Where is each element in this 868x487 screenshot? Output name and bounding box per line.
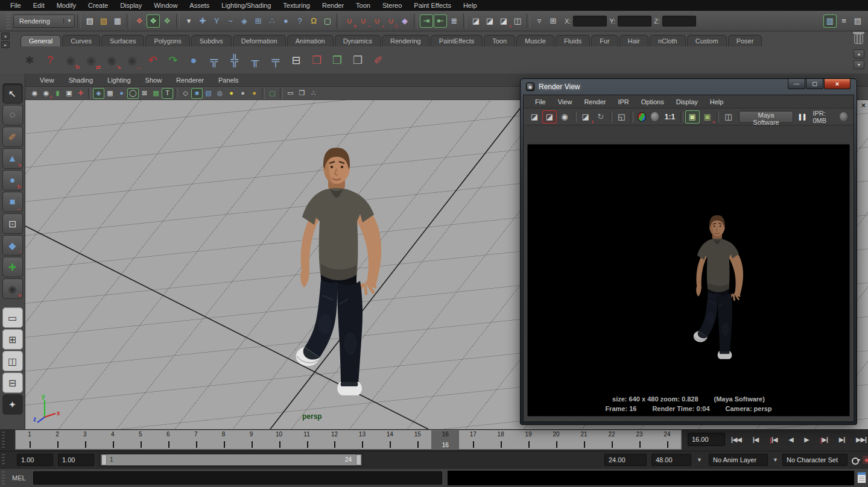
timeline-frame-15[interactable]: 15: [404, 430, 431, 449]
construction-history-icon[interactable]: ≣: [448, 14, 461, 28]
scale-tool-button[interactable]: ■↔: [2, 192, 23, 212]
keep-image-icon[interactable]: ▣: [685, 110, 700, 124]
toolbar-separator[interactable]: [127, 14, 130, 28]
render-view-menu-help[interactable]: Help: [705, 98, 729, 105]
open-scene-icon[interactable]: ▨: [97, 14, 110, 28]
snap-to-curves-icon[interactable]: ∪~: [356, 14, 370, 28]
gate-mask-icon[interactable]: ◯: [127, 88, 139, 99]
menu-edit[interactable]: Edit: [28, 0, 50, 11]
hypergraph-pane-layout-button[interactable]: ✦: [2, 394, 23, 415]
shelf-tab-general[interactable]: General: [21, 35, 61, 46]
timeline-frame-10[interactable]: 10: [265, 430, 293, 449]
step-forward-key-button[interactable]: ▶|: [839, 436, 845, 444]
set-key-icon[interactable]: [852, 456, 860, 464]
mask-rendering-icon[interactable]: ●: [279, 14, 293, 28]
menu-file[interactable]: File: [5, 0, 27, 11]
zoom-one-to-one-button[interactable]: 1:1: [665, 113, 675, 121]
step-back-frame-button[interactable]: ||◀: [770, 436, 778, 444]
character-model[interactable]: [274, 145, 407, 404]
camera-turntable-shelf-icon[interactable]: ◉↻: [62, 51, 80, 69]
channel-box-toggle-icon[interactable]: ▥: [823, 14, 837, 28]
maximize-button[interactable]: ▢: [806, 79, 823, 89]
shelf-tab-muscle[interactable]: Muscle: [516, 35, 554, 46]
panel-menu-lighting[interactable]: Lighting: [101, 77, 137, 84]
pane-close-icon[interactable]: ×: [861, 101, 866, 110]
camera-attributes-icon[interactable]: ◉≡: [40, 88, 52, 99]
help-shelf-icon[interactable]: ?: [41, 51, 59, 69]
lasso-tool-button[interactable]: ◌: [2, 105, 23, 125]
timeline-frame-6[interactable]: 6: [154, 430, 182, 449]
make-live-icon[interactable]: ◆: [398, 14, 411, 28]
redo-shelf-icon[interactable]: ↷: [164, 51, 182, 69]
menu-toon[interactable]: Toon: [350, 0, 376, 11]
toolbar-grip[interactable]: [6, 13, 11, 28]
timeline-frame-21[interactable]: 21: [570, 430, 598, 449]
character-set-selector[interactable]: No Character Set: [782, 454, 847, 466]
camera-zoom-shelf-icon[interactable]: ◉↔: [123, 51, 141, 69]
timeline-frame-14[interactable]: 14: [376, 430, 404, 449]
minimize-button[interactable]: —: [788, 79, 805, 89]
open-render-view-icon[interactable]: ◪: [469, 14, 483, 28]
open-render-settings-icon[interactable]: ◫: [721, 110, 735, 124]
panel-menu-panels[interactable]: Panels: [212, 77, 245, 84]
mask-surfaces-icon[interactable]: ◈: [238, 14, 251, 28]
timeline-frame-13[interactable]: 13: [348, 430, 376, 449]
mask-dropdown-icon[interactable]: ▾: [182, 14, 195, 28]
shelf-tab-dynamics[interactable]: Dynamics: [335, 35, 381, 46]
grid-toggle-icon[interactable]: ◈: [93, 88, 104, 99]
textured-icon[interactable]: ▧: [203, 88, 214, 99]
select-component-mode-icon[interactable]: ❖: [160, 14, 174, 28]
render-view-menu-display[interactable]: Display: [671, 98, 703, 105]
safe-action-icon[interactable]: ▩: [150, 88, 162, 99]
ambient-light-icon[interactable]: ●: [249, 88, 260, 99]
menu-create[interactable]: Create: [83, 0, 113, 11]
snap-to-points-icon[interactable]: ∪•: [370, 14, 384, 28]
anim-layer-selector[interactable]: No Anim Layer: [709, 454, 768, 466]
four-pane-layout-button[interactable]: ⊞: [2, 329, 23, 350]
menu-assets[interactable]: Assets: [184, 0, 215, 11]
timeline-frame-5[interactable]: 5: [127, 430, 154, 449]
region-render-icon[interactable]: ◱: [614, 110, 629, 124]
render-view-menu-view[interactable]: View: [553, 98, 578, 105]
mask-dynamics-icon[interactable]: ∴: [265, 14, 279, 28]
ipr-region-icon[interactable]: [840, 112, 847, 121]
panel-menu-show[interactable]: Show: [139, 77, 168, 84]
panel-menu-renderer[interactable]: Renderer: [170, 77, 210, 84]
timeline-frame-20[interactable]: 20: [542, 430, 570, 449]
shelf-scroll-down-icon[interactable]: ▼: [854, 60, 864, 69]
range-start-handle[interactable]: [101, 454, 107, 465]
timeline-grip[interactable]: [2, 432, 5, 448]
new-scene-icon[interactable]: ▤: [83, 14, 97, 28]
last-tool-button[interactable]: ◉↘: [2, 278, 23, 299]
range-track[interactable]: 1 24: [100, 453, 363, 467]
hypergraph-shelf-icon[interactable]: ⊟: [287, 51, 305, 69]
command-output-field[interactable]: [447, 470, 855, 486]
shelf-scroll-up-icon[interactable]: ▲: [854, 49, 864, 58]
shelf-tab-deformation[interactable]: Deformation: [233, 35, 286, 46]
display-render-settings-icon[interactable]: ◫: [511, 14, 524, 28]
anim-layer-dropdown-icon[interactable]: ▼: [697, 457, 702, 463]
menu-render[interactable]: Render: [317, 0, 349, 11]
render-view-menu-options[interactable]: Options: [636, 98, 670, 105]
timeline-frame-2[interactable]: 2: [43, 430, 71, 449]
menu-help[interactable]: Help: [458, 0, 483, 11]
group-cubes-shelf-icon[interactable]: ❒: [308, 51, 326, 69]
panel-menu-shading[interactable]: Shading: [63, 77, 99, 84]
shelf-tab-fluids[interactable]: Fluids: [556, 35, 590, 46]
timeline-frame-23[interactable]: 23: [626, 430, 653, 449]
panel-menu-view[interactable]: View: [34, 77, 60, 84]
graph-pane-layout-button[interactable]: ⊟: [2, 372, 23, 393]
hierarchy-shelf-icon-1[interactable]: ╦: [205, 51, 223, 69]
isolate-select-icon[interactable]: ▭: [285, 88, 296, 99]
shelf-tab-surfaces[interactable]: Surfaces: [101, 35, 144, 46]
select-object-mode-icon[interactable]: ❖: [147, 14, 160, 28]
output-connections-icon[interactable]: ⇤: [434, 14, 447, 28]
range-bar[interactable]: 1 24: [101, 454, 361, 465]
shelf-tab-custom[interactable]: Custom: [687, 35, 727, 46]
step-forward-frame-button[interactable]: |▶|: [820, 436, 828, 444]
render-view-window[interactable]: ◉ Render View — ▢ × FileViewRenderIPROpt…: [520, 78, 857, 425]
alpha-channel-icon[interactable]: [651, 112, 659, 121]
track-selection-icon[interactable]: ⊞: [546, 14, 560, 28]
timeline-frame-17[interactable]: 17: [459, 430, 487, 449]
shelf-tab-animation[interactable]: Animation: [287, 35, 334, 46]
